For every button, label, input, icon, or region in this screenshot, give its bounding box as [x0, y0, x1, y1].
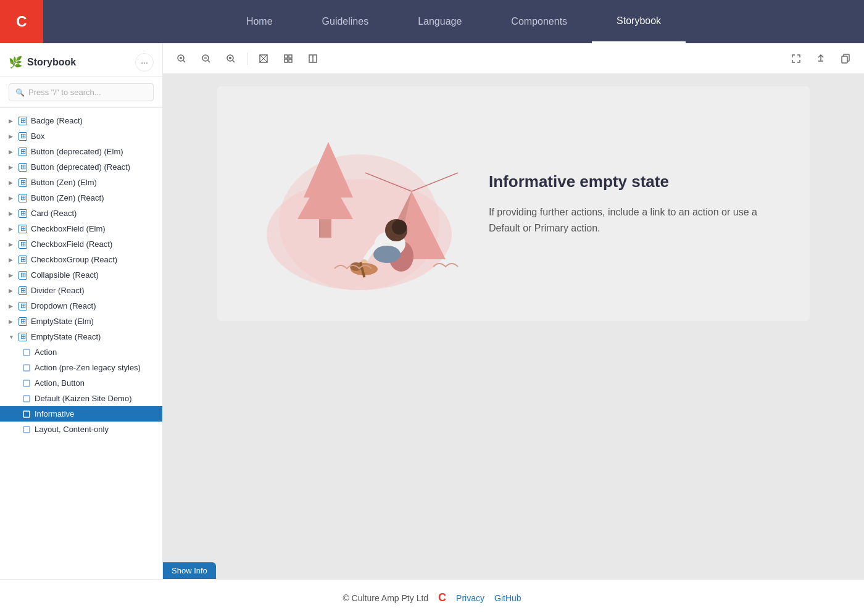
svg-rect-5: [23, 427, 30, 433]
footer-github-link[interactable]: GitHub: [494, 593, 521, 603]
sidebar-item-collapsible-react[interactable]: ▶ ⊞ Collapsible (React): [0, 267, 162, 283]
zoom-out-button[interactable]: [197, 51, 215, 66]
nav-guidelines[interactable]: Guidelines: [297, 0, 394, 43]
search-icon: 🔍: [15, 88, 25, 97]
sidebar-item-button-zen-react[interactable]: ▶ ⊞ Button (Zen) (React): [0, 190, 162, 206]
zoom-in-button[interactable]: [173, 51, 190, 66]
sidebar-item-action-button[interactable]: Action, Button: [0, 375, 162, 391]
sidebar-item-informative[interactable]: Informative: [0, 406, 162, 422]
sidebar-nav: ▶ ⊞ Badge (React) ▶ ⊞ Box ▶ ⊞ Button (de…: [0, 108, 162, 579]
sidebar-item-label: Dropdown (React): [31, 301, 154, 310]
storybook-logo-icon: 🌿: [9, 56, 22, 69]
nav-home[interactable]: Home: [222, 0, 297, 43]
sidebar-title: Storybook: [27, 57, 76, 68]
sidebar-item-label: Action: [35, 348, 154, 357]
sidebar-item-label: Button (Zen) (React): [31, 193, 154, 202]
sidebar-item-button-zen-elm[interactable]: ▶ ⊞ Button (Zen) (Elm): [0, 175, 162, 190]
component-icon: ⊞: [19, 132, 27, 141]
svg-rect-0: [23, 349, 30, 356]
component-icon: ⊞: [19, 117, 27, 125]
sidebar-item-label: CheckboxGroup (React): [31, 255, 154, 264]
story-icon: [22, 410, 31, 418]
chevron-icon: ▶: [9, 272, 15, 278]
svg-rect-17: [842, 56, 847, 63]
component-icon: ⊞: [19, 240, 27, 249]
sidebar-item-divider-react[interactable]: ▶ ⊞ Divider (React): [0, 283, 162, 298]
sidebar-item-default-kaizen[interactable]: Default (Kaizen Site Demo): [0, 391, 162, 406]
svg-rect-13: [285, 59, 288, 62]
sidebar-item-dropdown-react[interactable]: ▶ ⊞ Dropdown (React): [0, 298, 162, 314]
story-icon: [22, 379, 31, 388]
sidebar-item-button-deprecated-react[interactable]: ▶ ⊞ Button (deprecated) (React): [0, 159, 162, 175]
sidebar: 🌿 Storybook ··· 🔍 Press "/" to search...…: [0, 43, 163, 579]
border-toggle-button[interactable]: [255, 51, 272, 66]
chevron-icon: ▶: [9, 210, 15, 217]
svg-rect-11: [285, 55, 288, 58]
component-icon: ⊞: [19, 178, 27, 187]
nav-storybook[interactable]: Storybook: [592, 0, 686, 43]
chevron-icon: ▶: [9, 149, 15, 155]
sidebar-item-action-legacy[interactable]: Action (pre-Zen legacy styles): [0, 360, 162, 375]
component-icon: ⊞: [19, 317, 27, 326]
fullscreen-button[interactable]: [787, 51, 805, 66]
split-view-button[interactable]: [304, 51, 322, 66]
share-button[interactable]: [812, 51, 829, 66]
sidebar-item-checkboxfield-react[interactable]: ▶ ⊞ CheckboxField (React): [0, 236, 162, 252]
sidebar-item-checkboxfield-elm[interactable]: ▶ ⊞ CheckboxField (Elm): [0, 221, 162, 236]
chevron-icon: ▶: [9, 195, 15, 201]
main-layout: 🌿 Storybook ··· 🔍 Press "/" to search...…: [0, 43, 864, 579]
sidebar-item-badge[interactable]: ▶ ⊞ Badge (React): [0, 113, 162, 128]
sidebar-item-box[interactable]: ▶ ⊞ Box: [0, 128, 162, 144]
sidebar-item-label: Box: [31, 131, 154, 141]
nav-components[interactable]: Components: [486, 0, 592, 43]
sidebar-item-button-deprecated-elm[interactable]: ▶ ⊞ Button (deprecated) (Elm): [0, 144, 162, 159]
sidebar-item-label: CheckboxField (Elm): [31, 224, 154, 233]
sidebar-item-label: Informative: [35, 409, 154, 418]
sidebar-item-label: Button (deprecated) (Elm): [31, 147, 154, 156]
sidebar-search-area: 🔍 Press "/" to search...: [0, 77, 162, 108]
zoom-reset-button[interactable]: [222, 51, 239, 66]
component-icon: ⊞: [19, 163, 27, 172]
copy-button[interactable]: [837, 51, 854, 66]
toolbar: [163, 43, 864, 74]
sidebar-item-label: CheckboxField (React): [31, 239, 154, 249]
footer: © Culture Amp Pty Ltd C Privacy GitHub: [0, 579, 864, 616]
sidebar-item-label: Button (Zen) (Elm): [31, 178, 154, 187]
sidebar-item-card-react[interactable]: ▶ ⊞ Card (React): [0, 206, 162, 221]
component-icon: ⊞: [19, 225, 27, 233]
svg-rect-1: [23, 365, 30, 371]
footer-logo-icon: C: [438, 591, 446, 604]
nav-language[interactable]: Language: [393, 0, 486, 43]
chevron-down-icon: ▼: [9, 334, 15, 340]
sidebar-item-layout-content-only[interactable]: Layout, Content-only: [0, 422, 162, 437]
sidebar-item-label: Action (pre-Zen legacy styles): [35, 363, 154, 372]
footer-privacy-link[interactable]: Privacy: [456, 593, 484, 603]
component-icon: ⊞: [19, 333, 27, 341]
preview-text: Informative empty state If providing fur…: [489, 172, 773, 236]
sidebar-item-label: Default (Kaizen Site Demo): [35, 394, 154, 403]
sidebar-item-label: Badge (React): [31, 116, 154, 125]
preview-illustration: [254, 111, 464, 296]
component-icon: ⊞: [19, 286, 27, 295]
sidebar-title-area: 🌿 Storybook: [9, 56, 76, 69]
sidebar-menu-button[interactable]: ···: [135, 53, 154, 72]
component-icon: ⊞: [19, 302, 27, 310]
sidebar-item-checkboxgroup-react[interactable]: ▶ ⊞ CheckboxGroup (React): [0, 252, 162, 267]
component-icon: ⊞: [19, 148, 27, 156]
story-icon: [22, 364, 31, 372]
show-info-button[interactable]: Show Info: [163, 562, 216, 579]
nav-items: Home Guidelines Language Components Stor…: [43, 0, 864, 43]
grid-toggle-button[interactable]: [280, 51, 297, 66]
search-input-display[interactable]: 🔍 Press "/" to search...: [9, 83, 154, 101]
sidebar-item-emptystate-react[interactable]: ▼ ⊞ EmptyState (React): [0, 329, 162, 344]
svg-rect-2: [23, 380, 30, 386]
chevron-icon: ▶: [9, 318, 15, 325]
component-icon: ⊞: [19, 256, 27, 264]
story-icon: [22, 425, 31, 434]
component-icon: ⊞: [19, 271, 27, 280]
sidebar-item-action[interactable]: Action: [0, 344, 162, 360]
logo-icon: C: [16, 13, 27, 30]
logo-area[interactable]: C: [0, 0, 43, 43]
chevron-icon: ▶: [9, 180, 15, 186]
sidebar-item-emptystate-elm[interactable]: ▶ ⊞ EmptyState (Elm): [0, 314, 162, 329]
